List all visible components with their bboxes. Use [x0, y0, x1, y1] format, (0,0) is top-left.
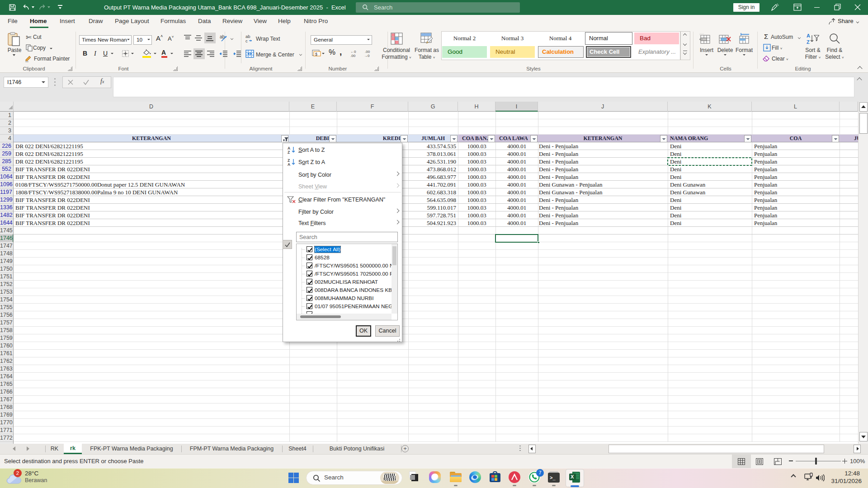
svg-text:Z: Z — [807, 39, 810, 45]
svg-text:.00: .00 — [350, 54, 356, 57]
svg-text:→0: →0 — [364, 54, 370, 57]
svg-text:A: A — [807, 33, 810, 38]
svg-text:$: $ — [315, 52, 317, 56]
svg-text:A: A — [288, 162, 290, 166]
svg-text:.00: .00 — [365, 50, 370, 54]
svg-text:←0: ←0 — [350, 50, 356, 54]
svg-text:c: c — [245, 38, 248, 43]
svg-text:Z: Z — [288, 150, 290, 154]
